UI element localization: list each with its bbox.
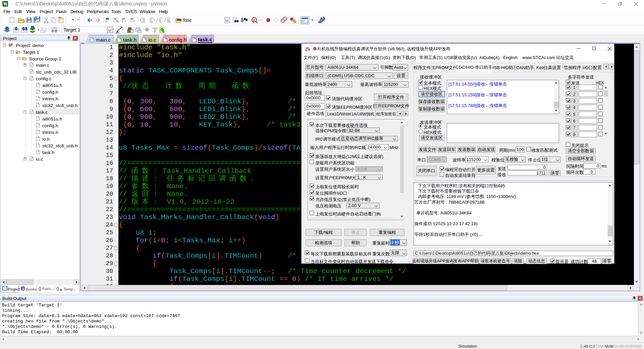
svg-text:5: 5 bbox=[6, 4, 7, 7]
svg-text:LOAD: LOAD bbox=[51, 27, 57, 29]
svg-text:?: ? bbox=[23, 288, 24, 291]
svg-text:d: d bbox=[253, 18, 255, 22]
